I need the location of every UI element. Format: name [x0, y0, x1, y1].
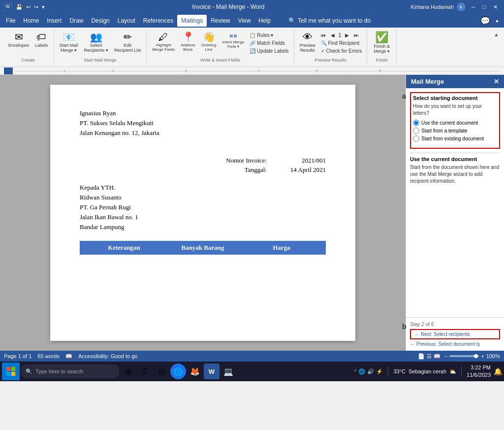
svg-rect-1	[11, 367, 15, 371]
share-icon[interactable]: ●	[492, 16, 502, 26]
radio-use-current[interactable]	[413, 120, 419, 126]
network-icon[interactable]: 🌐	[358, 368, 365, 375]
undo-icon[interactable]: ↩	[25, 3, 32, 11]
sender-name: Ignasius Ryan	[80, 109, 326, 117]
comments-icon[interactable]: 💬	[480, 16, 490, 26]
sidebar-close-icon[interactable]: ✕	[494, 78, 499, 85]
menu-home[interactable]: Home	[19, 15, 43, 27]
menu-help[interactable]: Help	[254, 15, 275, 27]
battery-icon[interactable]: ⚡	[376, 368, 383, 375]
read-mode-icon[interactable]: 📖	[434, 353, 441, 360]
menu-layout[interactable]: Layout	[114, 15, 139, 27]
save-icon[interactable]: 💾	[15, 3, 24, 11]
envelopes-button[interactable]: ✉ Envelopes	[6, 31, 32, 49]
menu-draw[interactable]: Draw	[65, 15, 87, 27]
labels-button[interactable]: 🏷 Labels	[32, 31, 51, 49]
svg-rect-2	[6, 372, 10, 376]
zoom-in-icon[interactable]: +	[481, 353, 484, 359]
sidebar-footer: b Step 2 of 6 → Next: Select recipients …	[406, 317, 504, 351]
collapse-ribbon-button[interactable]: ▲	[494, 32, 499, 37]
start-mail-merge-buttons: 📧 Start MailMerge ▾ 👥 SelectRecipients ▾…	[57, 31, 144, 57]
redo-icon[interactable]: ↪	[33, 3, 39, 11]
check-errors-button[interactable]: ✓ Check for Errors	[319, 47, 364, 55]
more-qs-icon[interactable]: ▾	[41, 3, 46, 11]
zoom-out-icon[interactable]: −	[444, 353, 447, 359]
next-button[interactable]: → Next: Select recipients	[410, 329, 500, 339]
highlight-merge-fields-button[interactable]: 🖊 HighlightMerge Fields	[150, 31, 177, 53]
search-menu[interactable]: 🔍 Tell me what you want to do	[284, 15, 375, 27]
terminal-app[interactable]: 💻	[220, 364, 236, 379]
menu-review[interactable]: Review	[207, 15, 234, 27]
menu-references[interactable]: References	[139, 15, 177, 27]
radio-from-template[interactable]	[413, 128, 419, 134]
temperature: 33°C	[393, 368, 406, 374]
files-app[interactable]: ⊟	[154, 364, 169, 379]
status-bar: Page 1 of 1 65 words 📖 Accessibility: Go…	[0, 351, 504, 362]
volume-icon[interactable]: 🔊	[367, 368, 374, 375]
finish-buttons: ✅ Finish &Merge ▾	[371, 31, 392, 57]
print-layout-icon[interactable]: 📄	[418, 353, 425, 360]
recipient-header: Kepada YTH.	[80, 184, 326, 192]
radio-from-existing[interactable]	[413, 135, 419, 142]
address-block-label: AddressBlock	[181, 43, 195, 52]
firefox-app[interactable]: 🦊	[187, 364, 203, 379]
edit-recipient-list-button[interactable]: ✏ EditRecipient List	[112, 31, 143, 54]
menu-view[interactable]: View	[234, 15, 255, 27]
preview-results-button[interactable]: 👁 PreviewResults	[297, 31, 318, 54]
table-col-harga: Harga	[242, 244, 321, 252]
sender-info: Ignasius Ryan PT. Sukses Selalu Mengikut…	[80, 109, 326, 137]
recipient-company: PT. Ga Pernah Rugi	[80, 203, 326, 211]
nav-last-button[interactable]: ⏭	[352, 32, 361, 39]
sidebar-section-a: a Select starting document How do you wa…	[410, 92, 500, 149]
calendar-app[interactable]: 🗓	[137, 364, 153, 379]
use-current-desc: Start from the document shown here and u…	[410, 164, 500, 185]
browser-app[interactable]: 🌐	[170, 364, 186, 379]
user-avatar[interactable]: K	[457, 2, 466, 11]
start-mail-merge-button[interactable]: 📧 Start MailMerge ▾	[57, 31, 81, 54]
date: 11/6/2023	[467, 371, 491, 379]
address-block-button[interactable]: 📍 AddressBlock	[178, 31, 197, 53]
update-labels-button[interactable]: 🔄 Update Labels	[248, 47, 290, 55]
preview-results-label: PreviewResults	[300, 43, 315, 53]
tray-chevron-icon[interactable]: ^	[354, 368, 356, 374]
label-b: b	[402, 323, 407, 331]
option-use-current[interactable]: Use the current document	[413, 120, 497, 126]
match-fields-button[interactable]: 🔗 Match Fields	[248, 39, 290, 47]
maximize-button[interactable]: □	[479, 2, 489, 12]
rules-button[interactable]: 📋 Rules ▾	[248, 32, 290, 39]
zoom-slider[interactable]	[449, 355, 479, 357]
menu-mailings[interactable]: Mailings	[177, 15, 207, 27]
menu-insert[interactable]: Insert	[43, 15, 65, 27]
web-layout-icon[interactable]: ☰	[427, 353, 432, 360]
prev-link[interactable]: ← Previous: Select document ty	[410, 341, 500, 347]
insert-merge-field-button[interactable]: «» Insert MergeField ▾	[220, 31, 247, 50]
close-button[interactable]: ✕	[490, 2, 500, 12]
greeting-line-button[interactable]: 👋 GreetingLine	[199, 31, 219, 53]
option-from-template[interactable]: Start from a template	[413, 128, 497, 134]
insert-merge-field-icon: «»	[229, 32, 237, 39]
menu-file[interactable]: File	[2, 15, 19, 27]
start-button[interactable]	[2, 363, 20, 380]
nav-prev-button[interactable]: ◀	[329, 32, 337, 39]
finish-merge-button[interactable]: ✅ Finish &Merge ▾	[371, 31, 392, 55]
search-label[interactable]: Tell me what you want to do	[298, 17, 371, 24]
option-from-existing[interactable]: Start from existing document	[413, 135, 497, 142]
find-recipient-button[interactable]: 🔍 Find Recipient	[319, 39, 364, 47]
document-area[interactable]: Ignasius Ryan PT. Sukses Selalu Mengikut…	[0, 75, 406, 351]
minimize-button[interactable]: ─	[469, 2, 478, 12]
taskview-button[interactable]: ⊞	[120, 364, 136, 379]
zoom-level[interactable]: 100%	[486, 353, 500, 359]
menu-design[interactable]: Design	[87, 15, 113, 27]
ruler-mark-2: 2	[112, 68, 114, 73]
labels-label: Labels	[35, 43, 48, 48]
search-box[interactable]: 🔍 Type here to search	[21, 364, 119, 378]
nav-first-button[interactable]: ⏮	[319, 32, 328, 39]
notification-icon[interactable]: 🔔	[494, 367, 502, 375]
label-a: a	[402, 92, 406, 100]
invoice-details: Nomor Invoice: 2021/001 Tanggal: 14 Apri…	[80, 157, 326, 174]
time: 3:22 PM	[467, 364, 491, 371]
select-recipients-button[interactable]: 👥 SelectRecipients ▾	[82, 31, 111, 54]
nav-next-button[interactable]: ▶	[343, 32, 351, 39]
weather-icon: ⛅	[449, 368, 456, 375]
word-app[interactable]: W	[204, 364, 220, 379]
